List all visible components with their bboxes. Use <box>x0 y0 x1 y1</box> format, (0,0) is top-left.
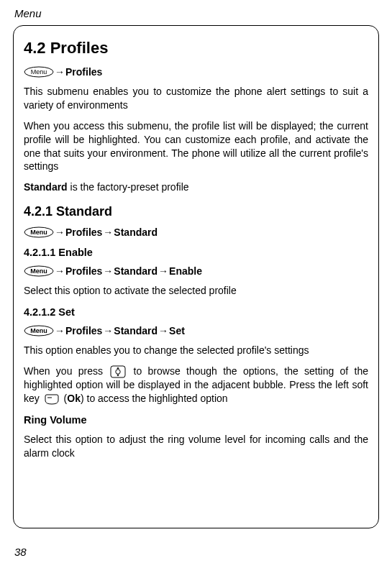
breadcrumb-item: Standard <box>114 325 158 336</box>
section-heading: 4.2 Profiles <box>24 39 368 58</box>
arrow-icon: → <box>103 226 113 238</box>
ring-volume-heading: Ring Volume <box>24 414 368 426</box>
page-number: 38 <box>14 546 27 558</box>
text: ) to access the highlighted option <box>81 393 228 404</box>
arrow-icon: → <box>103 265 113 277</box>
content-frame: 4.2 Profiles Menu → Profiles This submen… <box>13 25 379 528</box>
text-bold: Standard <box>24 181 68 193</box>
menu-icon: Menu <box>24 66 54 78</box>
breadcrumb: Menu → Profiles → Standard <box>24 226 368 238</box>
subsubsection-heading: 4.2.1.2 Set <box>24 306 368 318</box>
menu-icon: Menu <box>24 325 54 336</box>
breadcrumb: Menu → Profiles <box>24 66 368 78</box>
svg-marker-11 <box>117 375 119 377</box>
svg-text:Menu: Menu <box>30 229 47 236</box>
breadcrumb: Menu → Profiles → Standard → Set <box>24 325 368 336</box>
paragraph: This submenu enables you to customize th… <box>24 85 368 112</box>
paragraph: This option enables you to change the se… <box>24 344 368 357</box>
breadcrumb-item: Profiles <box>65 66 102 78</box>
paragraph: When you press to browse though the opti… <box>24 365 368 406</box>
arrow-icon: → <box>55 66 65 78</box>
breadcrumb-item: Set <box>169 325 185 336</box>
subsection-heading: 4.2.1 Standard <box>24 204 368 219</box>
arrow-icon: → <box>158 265 168 277</box>
arrow-icon: → <box>55 325 65 336</box>
svg-text:Menu: Menu <box>30 327 47 334</box>
arrow-icon: → <box>55 226 65 238</box>
subsubsection-heading: 4.2.1.1 Enable <box>24 247 368 258</box>
paragraph: Standard is the factory-preset profile <box>24 180 368 194</box>
paragraph: Select this option to activate the selec… <box>24 284 368 298</box>
text: is the factory-preset profile <box>68 181 189 193</box>
breadcrumb-item: Enable <box>169 265 202 277</box>
svg-text:Menu: Menu <box>31 68 47 75</box>
softkey-icon <box>44 394 60 406</box>
paragraph: Select this option to adjust the ring vo… <box>24 433 368 460</box>
text: When you press <box>24 365 109 377</box>
breadcrumb: Menu → Profiles → Standard → Enable <box>24 265 368 277</box>
page-header: Menu <box>14 7 379 19</box>
breadcrumb-item: Profiles <box>65 265 102 277</box>
paragraph: When you access this submenu, the profil… <box>24 119 368 174</box>
arrow-icon: → <box>103 325 113 336</box>
breadcrumb-item: Profiles <box>65 226 102 238</box>
text-bold: Ok <box>67 393 81 404</box>
menu-icon: Menu <box>24 226 54 238</box>
arrow-icon: → <box>55 265 65 277</box>
menu-icon: Menu <box>24 265 54 277</box>
dpad-icon <box>110 365 126 378</box>
svg-marker-10 <box>117 367 119 370</box>
arrow-icon: → <box>158 325 168 336</box>
svg-text:Menu: Menu <box>30 267 47 275</box>
breadcrumb-item: Standard <box>114 265 158 277</box>
breadcrumb-item: Standard <box>114 226 158 238</box>
breadcrumb-item: Profiles <box>65 325 102 336</box>
svg-point-9 <box>116 370 120 374</box>
